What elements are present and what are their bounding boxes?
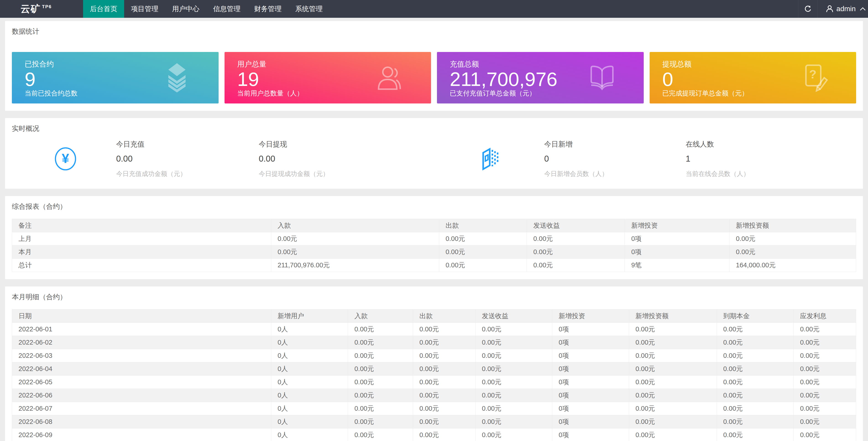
table-row: 2022-06-050人0.00元0.00元0.00元0项0.00元0.00元0… (12, 376, 856, 389)
table-cell: 0.00元 (439, 232, 527, 245)
yuan-circle-icon: ¥ (54, 146, 77, 171)
table-cell: 2022-06-01 (12, 323, 271, 336)
column-header: 新增投资额 (730, 219, 856, 232)
table-cell: 0.00元 (413, 415, 475, 429)
table-cell: 0.00元 (794, 362, 856, 376)
panel-title: 本月明细（合约） (12, 293, 856, 301)
page-content: 数据统计 已投合约 9 当前已投合约总数 用户总量 19 当前用 (0, 18, 868, 441)
app-logo-text: 云矿 (21, 2, 41, 15)
table-cell: 164,000.00元 (730, 259, 856, 272)
column-header: 新增投资 (625, 219, 730, 232)
table-row: 上月0.00元0.00元0.00元0项0.00元 (12, 232, 856, 245)
table-cell: 0.00元 (629, 415, 717, 429)
table-cell: 0.00元 (629, 376, 717, 389)
nav-menu-item-5[interactable]: 系统管理 (288, 0, 330, 18)
table-cell: 上月 (12, 232, 271, 245)
realtime-desc: 今日充值成功金额（元） (116, 170, 258, 178)
table-cell: 0人 (271, 376, 348, 389)
realtime-value: 0.00 (116, 154, 258, 164)
table-cell: 0.00元 (794, 336, 856, 349)
realtime-value: 1 (686, 154, 827, 164)
table-cell: 本月 (12, 245, 271, 259)
table-header-row: 备注入款出款发送收益新增投资新增投资额 (12, 219, 856, 232)
table-cell: 0.00元 (348, 362, 413, 376)
realtime-value: 0 (544, 154, 686, 164)
app-logo[interactable]: 云矿 TP6 (0, 0, 83, 18)
stat-card-total-users: 用户总量 19 当前用户总数量（人） (224, 52, 431, 103)
table-cell: 0.00元 (475, 402, 552, 415)
panel-title: 数据统计 (12, 27, 856, 36)
refresh-icon (804, 5, 812, 13)
table-cell: 0项 (552, 389, 629, 402)
table-cell: 0项 (552, 415, 629, 429)
user-menu[interactable]: admin (818, 0, 868, 18)
realtime-desc: 当前在线会员数（人） (686, 170, 827, 178)
table-cell: 0.00元 (717, 336, 794, 349)
table-cell: 0.00元 (629, 402, 717, 415)
table-cell: 0项 (552, 402, 629, 415)
table-cell: 0.00元 (413, 389, 475, 402)
table-cell: 0.00元 (348, 415, 413, 429)
nav-menu-item-3[interactable]: 信息管理 (206, 0, 247, 18)
table-cell: 0.00元 (348, 389, 413, 402)
table-cell: 2022-06-05 (12, 376, 271, 389)
app-logo-version: TP6 (42, 4, 52, 9)
table-cell: 0.00元 (717, 389, 794, 402)
stat-card-invested-contracts: 已投合约 9 当前已投合约总数 (12, 52, 219, 103)
table-cell: 0.00元 (717, 415, 794, 429)
detail-table-wrap: 日期新增用户入款出款发送收益新增投资新增投资额到期本金应发利息 2022-06-… (12, 309, 856, 441)
realtime-label: 今日提现 (259, 139, 400, 149)
table-cell: 0.00元 (271, 232, 439, 245)
table-cell: 0人 (271, 336, 348, 349)
table-cell: 0.00元 (439, 259, 527, 272)
table-cell: 0.00元 (413, 362, 475, 376)
nav-menu: 后台首页项目管理用户中心信息管理财务管理系统管理 (83, 0, 798, 18)
table-cell: 0.00元 (717, 362, 794, 376)
table-cell: 0.00元 (475, 323, 552, 336)
table-cell: 0.00元 (413, 349, 475, 362)
column-header: 发送收益 (527, 219, 625, 232)
table-row: 2022-06-030人0.00元0.00元0.00元0项0.00元0.00元0… (12, 349, 856, 362)
panel-data-statistics: 数据统计 已投合约 9 当前已投合约总数 用户总量 19 当前用 (5, 21, 863, 111)
nav-menu-item-0[interactable]: 后台首页 (83, 0, 124, 18)
table-cell: 0人 (271, 362, 348, 376)
column-header: 入款 (271, 219, 439, 232)
nav-menu-item-2[interactable]: 用户中心 (165, 0, 206, 18)
table-cell: 0.00元 (348, 349, 413, 362)
table-cell: 0.00元 (794, 323, 856, 336)
table-cell: 0项 (552, 362, 629, 376)
column-header: 入款 (348, 309, 413, 323)
table-cell: 0.00元 (348, 429, 413, 441)
table-cell: 0人 (271, 349, 348, 362)
table-cell: 0.00元 (271, 245, 439, 259)
table-cell: 0.00元 (348, 376, 413, 389)
user-icon (826, 5, 834, 13)
table-cell: 0.00元 (348, 323, 413, 336)
table-cell: 2022-06-06 (12, 389, 271, 402)
table-row: 本月0.00元0.00元0.00元0项0.00元 (12, 245, 856, 259)
table-cell: 0.00元 (717, 349, 794, 362)
table-cell: 0.00元 (439, 245, 527, 259)
table-cell: 0.00元 (794, 402, 856, 415)
table-cell: 0.00元 (527, 259, 625, 272)
table-cell: 0人 (271, 415, 348, 429)
table-cell: 0人 (271, 323, 348, 336)
panel-title: 综合报表（合约） (12, 202, 856, 211)
table-cell: 2022-06-07 (12, 402, 271, 415)
table-cell: 0.00元 (794, 389, 856, 402)
column-header: 应发利息 (794, 309, 856, 323)
building-icon (480, 146, 502, 171)
table-cell: 0项 (552, 323, 629, 336)
realtime-desc: 今日提现成功金额（元） (259, 170, 400, 178)
nav-menu-item-1[interactable]: 项目管理 (124, 0, 165, 18)
detail-table: 日期新增用户入款出款发送收益新增投资新增投资额到期本金应发利息 2022-06-… (12, 309, 856, 441)
table-cell: 2022-06-09 (12, 429, 271, 441)
column-header: 日期 (12, 309, 271, 323)
nav-menu-item-4[interactable]: 财务管理 (247, 0, 288, 18)
refresh-button[interactable] (798, 0, 818, 18)
layers-icon (163, 63, 191, 93)
table-cell: 0.00元 (475, 415, 552, 429)
realtime-label: 今日新增 (544, 139, 686, 149)
realtime-row: ¥ 今日充值 0.00 今日充值成功金额（元） 今日提现 0.00 今日提现成功… (12, 139, 856, 178)
column-header: 新增投资 (552, 309, 629, 323)
